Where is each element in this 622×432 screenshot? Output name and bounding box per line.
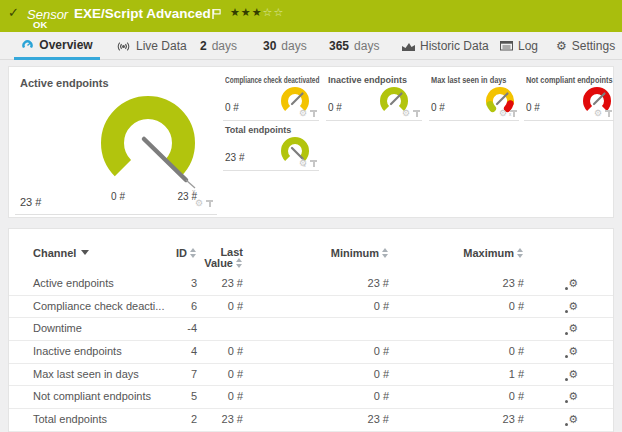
tab-live-data[interactable]: Live Data [116,32,187,60]
gauge-icon [21,39,34,51]
table-row: Total endpoints 2 23 # 23 # 23 # ⚙ [9,409,613,432]
channel-name: Total endpoints [33,409,173,431]
gear-icon[interactable]: ⚙ [299,109,307,118]
maximum-value: 0 # [389,296,524,318]
tab-log-label: Log [518,39,538,53]
broadcast-icon [116,41,131,52]
pin-icon[interactable] [310,110,317,118]
last-value: 0 # [197,341,243,363]
tab-2-days[interactable]: 2 days [200,32,237,60]
sort-icon [190,248,197,258]
tab-historic-data[interactable]: Historic Data [402,32,489,60]
last-value: 0 # [197,386,243,408]
pin-icon[interactable] [510,110,517,118]
channel-id: -4 [173,318,197,340]
tab-30-days-unit: days [281,39,306,53]
tab-365-days[interactable]: 365 days [329,32,379,60]
tab-30-days[interactable]: 30 days [263,32,307,60]
tab-overview[interactable]: Overview [14,32,100,60]
last-value: 0 # [197,364,243,386]
column-header-minimum[interactable]: Minimum [243,247,389,259]
gauge-needle [497,94,508,105]
tab-settings-label: Settings [572,39,615,53]
column-header-maximum[interactable]: Maximum [389,247,524,259]
column-header-channel[interactable]: Channel [33,247,173,259]
tab-2-days-unit: days [212,39,237,53]
channel-settings-gear-icon[interactable]: ⚙ [568,414,578,425]
star-empty-icon[interactable]: ☆☆ [263,6,285,18]
gear-icon[interactable]: ⚙ [299,159,307,168]
minimum-value: 0 # [243,341,389,363]
gear-icon[interactable]: ⚙ [195,199,203,208]
gear-icon[interactable]: ⚙ [402,109,410,118]
channel-name: Compliance check deacti... [33,296,173,318]
gauge-panel-total: Total endpoints x 23 # ⚙ [223,125,319,171]
gauge-needle [292,94,303,105]
gauge-corner-actions[interactable]: ⚙ [499,109,517,118]
channel-name: Inactive endpoints [33,341,173,363]
pin-icon[interactable] [206,200,213,208]
gauge-panel-max-last-seen: Max last seen in days x 0 # ⚙ [429,75,519,121]
channel-settings-gear-icon[interactable]: ⚙ [568,346,578,357]
channel-name: Not compliant endpoints [33,386,173,408]
table-header-row: Channel ID Last Value Minimum Maximum [9,229,613,273]
gauge-panel-inactive: Inactive endpoints 0 # ⚙ [326,75,422,121]
log-icon [500,41,513,51]
sort-icon [517,248,524,258]
sort-caret-down-icon [81,250,89,255]
gear-icon[interactable]: ⚙ [499,109,507,118]
maximum-value: 23 # [389,409,524,431]
table-row: Downtime -4 ⚙ [9,318,613,341]
minimum-value: 0 # [243,296,389,318]
gauge-current-value: 0 # [225,102,239,113]
sort-icon [382,248,389,258]
gauge-panel-compliance: Compliance check deactivated 0 # ⚙ [223,75,319,121]
channel-settings-gear-icon[interactable]: ⚙ [568,301,578,312]
column-header-last-value[interactable]: Last Value [197,247,243,269]
tab-365-days-number: 365 [329,39,349,53]
gauge-corner-actions[interactable]: ⚙ [594,109,612,118]
tab-overview-label: Overview [39,38,92,52]
tab-settings[interactable]: ⚙ Settings [556,32,615,60]
channel-id: 2 [173,409,197,431]
priority-stars[interactable]: ★★★☆☆ [230,6,284,19]
gauge-current-value: 0 # [526,102,540,113]
gauge-needle [391,94,402,105]
maximum-value: 0 # [389,341,524,363]
star-filled-icon[interactable]: ★★★ [230,6,263,18]
gauge-corner-actions[interactable]: ⚙ [299,159,317,168]
prtg-sensor-page: ✓ Sensor EXE/Script Advanced ★★★☆☆ OK Ov… [0,0,622,432]
gauge-current-value: 0 # [431,102,445,113]
table-row: Inactive endpoints 4 0 # 0 # 0 # ⚙ [9,341,613,364]
tab-365-days-unit: days [354,39,379,53]
maximum-value: 23 # [389,273,524,295]
channel-settings-gear-icon[interactable]: ⚙ [568,323,578,334]
tab-live-data-label: Live Data [136,39,187,53]
gauge-current-value: 23 # [225,152,244,163]
tab-historic-data-label: Historic Data [420,39,489,53]
gauge-current-value: 0 # [328,102,342,113]
gauge-corner-actions[interactable]: ⚙ [299,109,317,118]
pin-icon[interactable] [413,110,420,118]
pause-flag-icon[interactable] [212,5,221,23]
gauge-current-value: 23 # [20,196,41,208]
tab-log[interactable]: Log [500,32,538,60]
column-header-id[interactable]: ID [173,247,197,259]
channels-table-panel: Channel ID Last Value Minimum Maximum Ac… [8,228,614,432]
gear-icon[interactable]: ⚙ [594,109,602,118]
gauge-panel-active-endpoints: Active endpoints x 0 # 23 # 23 # ⚙ [15,71,217,215]
pin-icon[interactable] [310,160,317,168]
gauge-corner-actions[interactable]: ⚙ [402,109,420,118]
gauge-scale-max: 23 # [161,191,197,202]
pin-icon[interactable] [605,110,612,118]
channel-settings-gear-icon[interactable]: ⚙ [568,369,578,380]
channel-settings-gear-icon[interactable]: ⚙ [568,391,578,402]
channel-settings-gear-icon[interactable]: ⚙ [568,278,578,289]
chart-icon [402,41,415,51]
table-row: Max last seen in days 7 0 # 0 # 1 # ⚙ [9,364,613,387]
gauge-corner-actions[interactable]: ⚙ [195,199,213,208]
last-value: 0 # [197,296,243,318]
gauge-scale-min: 0 # [95,191,125,202]
channel-name: Downtime [33,318,173,340]
status-ok-check-icon: ✓ [8,5,19,20]
